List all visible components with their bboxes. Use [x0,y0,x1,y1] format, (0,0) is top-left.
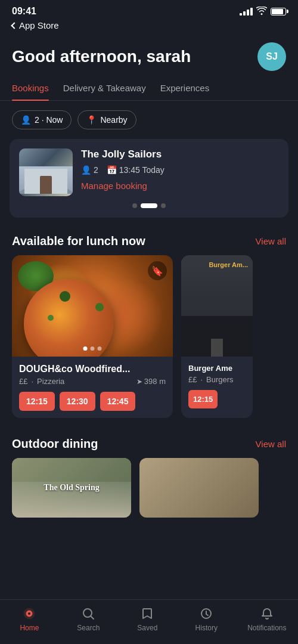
greeting-text: Good afternoon, sarah [12,47,191,66]
svg-line-4 [91,616,94,619]
tab-experiences[interactable]: Experiences [160,83,210,100]
outdoor-img-2 [139,458,259,518]
outdoor-section: Outdoor dining View all The Old Spring [0,432,298,530]
restaurant-card-burger[interactable]: Burger Am... Burger Ame ££ · Burgers 12:… [181,255,253,418]
outdoor-card-1[interactable]: The Old Spring [12,458,131,518]
dough-meta: ££ · Pizzeria ➤ 398 m [19,377,166,386]
nav-saved-label: Saved [137,624,157,632]
location-pin-icon: 📍 [86,115,97,125]
filter-guests-label: 2 · Now [35,115,63,125]
burger-price: ££ [188,375,197,384]
burger-name: Burger Ame [188,364,246,373]
outdoor-section-header: Outdoor dining View all [0,432,298,458]
svg-point-2 [28,612,31,615]
nav-notifications[interactable]: Notifications [247,606,286,632]
bookmark-nav-icon [139,606,155,621]
burger-cuisine: Burgers [206,375,234,384]
signal-icon [240,8,253,16]
avatar[interactable]: SJ [257,42,286,71]
calendar-icon: 📅 [107,165,117,175]
booking-card: The Jolly Sailors 👤 2 📅 13:45 Today Mana… [10,139,288,218]
status-bar: 09:41 [0,0,298,19]
dough-cuisine: Pizzeria [37,377,64,386]
app-store-back[interactable]: App Store [0,19,298,36]
navigation-icon: ➤ [136,377,142,386]
pizza-decoration [24,279,113,357]
outdoor-view-all[interactable]: View all [256,439,286,449]
burger-time-slots: 12:15 [188,390,246,408]
bookmark-button[interactable]: 🔖 [148,261,167,280]
tab-delivery[interactable]: Delivery & Takeaway [63,83,146,100]
booking-details: 👤 2 📅 13:45 Today [81,165,279,175]
booking-restaurant-name: The Jolly Sailors [81,148,279,160]
search-icon [80,606,96,621]
outdoor-scroll: The Old Spring [0,458,298,530]
burger-meta: ££ · Burgers [188,375,246,384]
dot-1 [132,203,137,208]
topping-3 [48,315,54,321]
burger-building-bg: Burger Am... [181,255,253,357]
nav-history[interactable]: History [188,606,224,632]
history-icon [198,606,214,621]
dough-time-slots: 12:15 12:30 12:45 [19,392,166,411]
nav-search-label: Search [77,624,100,632]
dough-slot-1230[interactable]: 12:30 [60,392,95,411]
back-chevron-icon [11,22,17,29]
bottom-nav: Home Search Saved History [0,599,298,644]
nav-history-label: History [195,624,218,632]
topping-1 [60,291,70,302]
dough-name: DOUGH&co Woodfired... [19,364,166,374]
home-icon [21,606,37,621]
outdoor-venue-name: The Old Spring [44,483,99,493]
outdoor-section-title: Outdoor dining [12,437,98,451]
restaurant-card-dough[interactable]: 🔖 DOUGH&co Woodfired... ££ · Pizzeria ➤ … [12,255,173,418]
lunch-section-header: Available for lunch now View all [0,230,298,255]
wifi-icon [256,7,267,17]
nav-search[interactable]: Search [70,606,106,632]
burger-restaurant-img: Burger Am... [181,255,253,357]
bookmark-icon: 🔖 [151,265,163,277]
filter-location[interactable]: 📍 Nearby [77,110,136,129]
img-dot-2 [91,346,95,351]
filter-location-label: Nearby [100,115,127,125]
dot-2 [141,203,157,208]
burger-slot-1215[interactable]: 12:15 [188,390,218,408]
lunch-view-all[interactable]: View all [256,236,286,246]
booking-guests: 👤 2 [81,165,98,175]
status-icons [240,7,286,17]
nav-home-label: Home [20,624,39,632]
img-dot-3 [98,346,102,351]
booking-time: 📅 13:45 Today [107,165,164,175]
dough-distance: 398 m [144,377,166,386]
manage-booking-link[interactable]: Manage booking [81,181,279,191]
dough-info: DOUGH&co Woodfired... ££ · Pizzeria ➤ 39… [12,357,173,418]
dough-price: ££ [19,377,27,386]
burger-info: Burger Ame ££ · Burgers 12:15 [181,357,253,416]
person-icon: 👤 [81,165,91,175]
pagination-dots [19,203,279,208]
outdoor-card-2[interactable] [139,458,259,518]
dough-restaurant-img: 🔖 [12,255,173,357]
tab-bookings[interactable]: Bookings [12,83,49,100]
status-time: 09:41 [12,6,36,17]
lunch-section-title: Available for lunch now [12,234,145,248]
outdoor-img-1: The Old Spring [12,458,131,518]
img-dot-1 [83,346,88,351]
dot-3 [161,203,166,208]
filter-guests[interactable]: 👤 2 · Now [12,110,72,129]
person-icon: 👤 [21,115,31,125]
topping-2 [95,303,104,311]
image-dots [83,346,102,351]
battery-icon [271,8,286,16]
dough-slot-1215[interactable]: 12:15 [19,392,55,411]
nav-saved[interactable]: Saved [129,606,165,632]
tabs: Bookings Delivery & Takeaway Experiences [0,83,298,101]
booking-info: The Jolly Sailors 👤 2 📅 13:45 Today Mana… [81,148,279,191]
nav-home[interactable]: Home [11,606,47,632]
bell-icon [259,606,275,621]
restaurant-thumbnail [19,148,73,196]
dough-slot-1245[interactable]: 12:45 [100,392,136,411]
app-store-label: App Store [19,20,59,30]
filters: 👤 2 · Now 📍 Nearby [0,101,298,139]
burger-sign: Burger Am... [209,261,248,268]
